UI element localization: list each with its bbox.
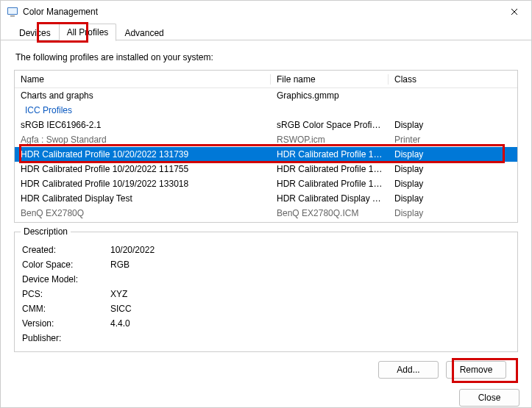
close-button[interactable]: Close xyxy=(459,389,519,407)
list-group-header[interactable]: ICC Profiles xyxy=(15,103,517,118)
col-class[interactable]: Class xyxy=(389,74,517,85)
table-row[interactable]: BenQ EX2780QBenQ EX2780Q.ICMDisplay xyxy=(15,206,517,221)
cell-cls: Display xyxy=(389,208,517,218)
table-row[interactable]: Charts and graphsGraphics.gmmp xyxy=(15,88,517,103)
description-value: 10/20/2022 xyxy=(110,243,155,257)
tabbar: Devices All Profiles Advanced xyxy=(1,23,531,40)
description-value: XYZ xyxy=(110,287,127,301)
description-row: Created:10/20/2022 xyxy=(22,243,510,257)
cell-name: HDR Calibrated Display Test xyxy=(15,193,271,204)
description-value: 4.4.0 xyxy=(110,316,130,331)
cell-cls: Display xyxy=(389,179,517,189)
tab-content: The following profiles are installed on … xyxy=(1,40,531,379)
col-name[interactable]: Name xyxy=(15,74,271,85)
description-key: PCS: xyxy=(22,287,110,301)
description-value: SICC xyxy=(110,301,132,316)
cell-file: HDR Calibrated Display Tes... xyxy=(271,193,389,204)
description-legend: Description xyxy=(21,226,71,237)
description-key: Publisher: xyxy=(22,331,110,346)
window: Color Management Devices All Profiles Ad… xyxy=(0,0,532,408)
description-key: CMM: xyxy=(22,301,110,316)
svg-rect-2 xyxy=(10,15,15,17)
table-row[interactable]: HDR Calibrated Profile 10/20/2022 131739… xyxy=(15,147,517,162)
cell-file: RSWOP.icm xyxy=(271,135,389,145)
cell-name: HDR Calibrated Profile 10/20/2022 111755 xyxy=(15,164,271,174)
cell-file: HDR Calibrated Profile 10-... xyxy=(271,149,389,160)
app-icon xyxy=(7,6,18,18)
table-row[interactable]: sRGB IEC61966-2.1sRGB Color Space Profil… xyxy=(15,118,517,132)
cell-file: sRGB Color Space Profile.ic... xyxy=(271,120,389,130)
table-row[interactable]: Agfa : Swop StandardRSWOP.icmPrinter xyxy=(15,132,517,147)
list-header: Name File name Class xyxy=(15,71,517,88)
window-title: Color Management xyxy=(23,7,497,17)
profile-list: Name File name Class Charts and graphsGr… xyxy=(14,70,518,223)
cell-name: BenQ EX2780Q xyxy=(15,208,271,218)
col-file[interactable]: File name xyxy=(271,74,389,85)
description-box: Description Created:10/20/2022Color Spac… xyxy=(14,232,518,352)
cell-cls: Display xyxy=(389,120,517,130)
description-row: CMM:SICC xyxy=(22,301,510,316)
remove-button[interactable]: Remove xyxy=(446,361,506,379)
tab-all-profiles[interactable]: All Profiles xyxy=(59,24,117,41)
description-row: Publisher: xyxy=(22,331,510,346)
titlebar: Color Management xyxy=(1,1,531,23)
svg-rect-1 xyxy=(8,8,17,14)
action-buttons: Add... Remove xyxy=(14,352,518,379)
bottom-buttons: Close xyxy=(1,379,531,408)
cell-cls: Printer xyxy=(389,135,517,145)
cell-name: HDR Calibrated Profile 10/19/2022 133018 xyxy=(15,179,271,189)
list-body[interactable]: Charts and graphsGraphics.gmmpICC Profil… xyxy=(15,88,517,222)
table-row[interactable]: HDR Calibrated Profile 10/20/2022 111755… xyxy=(15,162,517,176)
description-row: Version:4.4.0 xyxy=(22,316,510,331)
cell-file: HDR Calibrated Profile 10-... xyxy=(271,179,389,189)
description-value: RGB xyxy=(110,257,130,272)
cell-cls: Display xyxy=(389,164,517,174)
close-icon[interactable] xyxy=(497,1,531,23)
cell-name: sRGB IEC61966-2.1 xyxy=(15,120,271,130)
description-key: Color Space: xyxy=(22,257,110,272)
table-row[interactable]: HDR Calibrated Profile 10/19/2022 133018… xyxy=(15,176,517,191)
description-row: PCS:XYZ xyxy=(22,287,510,301)
cell-cls: Display xyxy=(389,149,517,160)
cell-name: Agfa : Swop Standard xyxy=(15,135,271,145)
description-key: Device Model: xyxy=(22,272,110,287)
intro-text: The following profiles are installed on … xyxy=(15,52,518,62)
add-button[interactable]: Add... xyxy=(378,361,439,379)
table-row[interactable]: HDR Calibrated Display TestHDR Calibrate… xyxy=(15,191,517,206)
tab-advanced[interactable]: Advanced xyxy=(116,24,171,41)
description-row: Color Space:RGB xyxy=(22,257,510,272)
cell-name: ICC Profiles xyxy=(15,105,271,115)
tab-devices[interactable]: Devices xyxy=(11,24,59,41)
cell-file: HDR Calibrated Profile 10-... xyxy=(271,164,389,174)
cell-file: BenQ EX2780Q.ICM xyxy=(271,208,389,218)
cell-name: Charts and graphs xyxy=(15,90,271,101)
cell-file: Graphics.gmmp xyxy=(271,90,389,101)
cell-name: HDR Calibrated Profile 10/20/2022 131739 xyxy=(15,149,271,160)
cell-cls: Display xyxy=(389,193,517,204)
description-row: Device Model: xyxy=(22,272,510,287)
description-key: Version: xyxy=(22,316,110,331)
description-key: Created: xyxy=(22,243,110,257)
